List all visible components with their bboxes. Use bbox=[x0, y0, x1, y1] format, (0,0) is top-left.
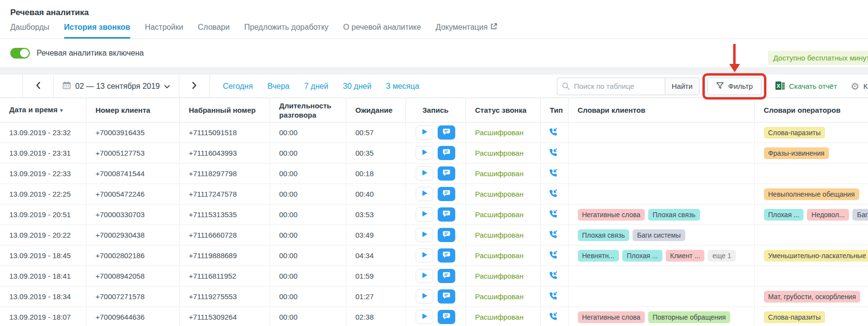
column-header-8[interactable]: Словари клиентов bbox=[568, 98, 754, 122]
transcript-button[interactable] bbox=[438, 207, 455, 222]
tab-6[interactable]: Документация bbox=[436, 22, 497, 39]
cell-waiting: 03:53 bbox=[346, 204, 405, 225]
play-button[interactable] bbox=[416, 187, 433, 201]
column-header-9[interactable]: Словари операторов bbox=[754, 98, 868, 122]
page-title: Речевая аналитика bbox=[0, 0, 868, 18]
play-button[interactable] bbox=[416, 289, 433, 304]
columns-button[interactable]: ⚙ Колонки bbox=[851, 82, 868, 91]
cell-duration: 00:00 bbox=[270, 245, 346, 266]
incoming-call-icon bbox=[548, 130, 558, 139]
download-report-button[interactable]: X Скачать отчёт bbox=[775, 81, 837, 92]
play-button[interactable] bbox=[416, 310, 433, 324]
quick-range-4[interactable]: 3 месяца bbox=[386, 82, 419, 91]
quick-range-3[interactable]: 30 дней bbox=[343, 82, 371, 91]
cell-call-type bbox=[540, 143, 568, 163]
cell-client-dictionaries bbox=[568, 163, 754, 184]
tabs: ДашбордыИстория звонковНастройкиСловариП… bbox=[0, 22, 868, 39]
column-header-label: Словари операторов bbox=[764, 106, 841, 114]
cell-record bbox=[405, 266, 466, 286]
tab-3[interactable]: Словари bbox=[198, 22, 230, 39]
dictionary-tag[interactable]: Баги bbox=[852, 209, 868, 221]
date-range-picker[interactable]: 02 — 13 сентября 2019 bbox=[54, 75, 179, 98]
analytics-toggle[interactable] bbox=[10, 48, 30, 59]
dictionary-tag[interactable]: Негативные слова bbox=[578, 311, 645, 323]
dictionary-tag[interactable]: Плохая ... bbox=[764, 209, 804, 221]
column-header-4[interactable]: Ожидание bbox=[346, 98, 405, 122]
incoming-call-icon bbox=[548, 233, 558, 241]
tab-1[interactable]: История звонков bbox=[64, 22, 130, 39]
free-minutes-badge: Доступно бесплатных минут bbox=[768, 51, 868, 65]
play-button[interactable] bbox=[416, 166, 433, 181]
transcript-button[interactable] bbox=[438, 125, 455, 140]
transcript-button[interactable] bbox=[438, 228, 455, 242]
dictionary-tag[interactable]: Уменьшительно-ласкательные bbox=[764, 250, 868, 262]
date-navigation: 02 — 13 сентября 2019 bbox=[22, 75, 210, 98]
more-tags-badge[interactable]: еще 1 bbox=[708, 250, 736, 262]
column-header-1[interactable]: Номер клиента bbox=[86, 98, 179, 122]
tab-0[interactable]: Дашборды bbox=[10, 22, 49, 39]
play-button[interactable] bbox=[416, 146, 433, 160]
transcript-button[interactable] bbox=[438, 289, 455, 304]
dictionary-tag[interactable]: Повторные обращения bbox=[648, 311, 730, 323]
column-header-2[interactable]: Набранный номер bbox=[179, 98, 270, 122]
dictionary-tag[interactable]: Фразы-извинения bbox=[764, 147, 829, 159]
dictionary-tag[interactable]: Плохая связь bbox=[648, 209, 700, 221]
tab-2[interactable]: Настройки bbox=[145, 22, 183, 39]
column-header-6[interactable]: Статус звонка bbox=[466, 98, 540, 122]
dictionary-tag[interactable]: Мат, грубости, оскорбления bbox=[764, 291, 861, 303]
dictionary-tag[interactable]: Плохая ... bbox=[622, 250, 662, 262]
search-input[interactable] bbox=[557, 78, 665, 95]
dictionary-tag[interactable]: Негативные слова bbox=[578, 209, 645, 221]
play-button[interactable] bbox=[416, 207, 433, 222]
find-button[interactable]: Найти bbox=[665, 78, 699, 95]
dictionary-tag[interactable]: Слова-паразиты bbox=[764, 311, 825, 323]
cell-record bbox=[405, 225, 466, 245]
dictionary-tag[interactable]: Невыполненные обещания bbox=[764, 188, 859, 200]
dictionary-tag[interactable]: Баги системы bbox=[633, 229, 685, 241]
column-header-3[interactable]: Длительность разговора bbox=[270, 98, 346, 122]
cell-duration: 00:00 bbox=[270, 286, 346, 307]
dictionary-tag[interactable]: Клиент ... bbox=[666, 250, 705, 262]
dictionary-tag[interactable]: Невнятн... bbox=[578, 250, 619, 262]
tab-4[interactable]: Предложить доработку bbox=[244, 22, 329, 39]
cell-client-dictionaries: Негативные словаПовторные обращения bbox=[568, 307, 754, 326]
play-button[interactable] bbox=[416, 125, 433, 140]
next-period-button[interactable] bbox=[179, 75, 210, 98]
column-header-7[interactable]: Тип bbox=[540, 98, 568, 122]
dictionary-tag[interactable]: Недовол... bbox=[807, 209, 849, 221]
cell-duration: 00:00 bbox=[270, 163, 346, 184]
cell-client-dictionaries: Негативные словаПлохая связь bbox=[568, 204, 754, 225]
play-button[interactable] bbox=[416, 269, 433, 283]
cell-client-number: +70008741544 bbox=[86, 163, 179, 184]
column-header-5[interactable]: Запись bbox=[405, 98, 466, 122]
transcript-button[interactable] bbox=[438, 187, 455, 201]
cell-waiting: 00:35 bbox=[346, 143, 405, 163]
play-button[interactable] bbox=[416, 228, 433, 242]
quick-ranges: СегодняВчера7 дней30 дней3 месяца bbox=[223, 82, 419, 91]
tab-5[interactable]: О речевой аналитике bbox=[343, 22, 421, 39]
columns-label: Колонки bbox=[863, 82, 868, 90]
quick-range-2[interactable]: 7 дней bbox=[304, 82, 328, 91]
table-row: 13.09.2019 - 23:31+70005127753+711160439… bbox=[0, 143, 868, 163]
dictionary-tag[interactable]: Слова-паразиты bbox=[764, 127, 825, 139]
table-row: 13.09.2019 - 22:33+70008741544+711182977… bbox=[0, 163, 868, 184]
quick-range-0[interactable]: Сегодня bbox=[223, 82, 253, 91]
filter-button[interactable]: Фильтр bbox=[707, 78, 762, 95]
quick-range-1[interactable]: Вчера bbox=[268, 82, 290, 91]
transcript-button[interactable] bbox=[438, 166, 455, 181]
transcript-button[interactable] bbox=[438, 269, 455, 283]
dictionary-tag[interactable]: Плохая связь bbox=[578, 229, 630, 241]
play-icon bbox=[422, 128, 428, 137]
cell-status: Расшифрован bbox=[466, 245, 540, 266]
transcript-button[interactable] bbox=[438, 248, 455, 263]
cell-call-type bbox=[540, 163, 568, 184]
play-icon bbox=[422, 210, 428, 219]
transcript-button[interactable] bbox=[438, 146, 455, 160]
play-button[interactable] bbox=[416, 248, 433, 263]
cell-dialed-number: +71119888689 bbox=[179, 245, 270, 266]
cell-call-type bbox=[540, 286, 568, 307]
transcript-button[interactable] bbox=[438, 310, 455, 324]
cell-call-type bbox=[540, 204, 568, 225]
prev-period-button[interactable] bbox=[23, 75, 53, 98]
column-header-0[interactable]: Дата и время▾ bbox=[0, 98, 86, 122]
